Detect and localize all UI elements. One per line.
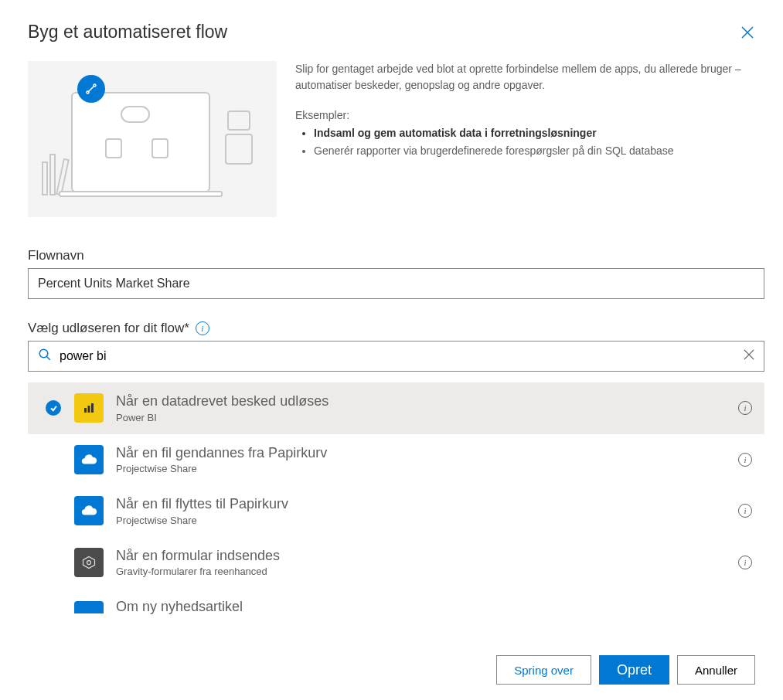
trigger-search (28, 341, 764, 372)
intro-text: Slip for gentaget arbejde ved blot at op… (295, 61, 764, 217)
trigger-search-input[interactable] (60, 342, 744, 371)
example-item: Generér rapporter via brugerdefinerede f… (314, 143, 764, 159)
dialog-title: Byg et automatiseret flow (28, 22, 227, 42)
trigger-picker-label: Vælg udløseren for dit flow* i (28, 321, 764, 336)
trigger-info-icon[interactable]: i (738, 453, 752, 467)
trigger-item[interactable]: Når en formular indsendes Gravity-formul… (28, 537, 764, 589)
trigger-subtitle: Gravity-formularer fra reenhanced (116, 566, 726, 577)
close-icon (741, 26, 754, 39)
form-icon (74, 548, 104, 577)
trigger-title: Når en datadrevet besked udløses (116, 393, 726, 410)
intro-description: Slip for gentaget arbejde ved blot at op… (295, 61, 764, 93)
flow-icon (77, 75, 105, 103)
flowname-input[interactable] (28, 268, 764, 299)
svg-rect-4 (84, 408, 87, 413)
trigger-title: Om ny nyhedsartikel (116, 599, 752, 616)
skip-button[interactable]: Spring over (496, 655, 591, 685)
trigger-list: Når en datadrevet besked udløses Power B… (28, 382, 764, 616)
trigger-item[interactable]: Når en datadrevet besked udløses Power B… (28, 382, 764, 434)
svg-rect-6 (91, 403, 94, 413)
dialog-footer: Spring over Opret Annuller (0, 639, 783, 700)
trigger-subtitle: Projectwise Share (116, 463, 726, 474)
close-button[interactable] (740, 25, 755, 40)
cloud-icon (74, 445, 104, 474)
clear-search-button[interactable] (744, 349, 754, 363)
dialog-body[interactable]: Slip for gentaget arbejde ved blot at op… (0, 55, 783, 639)
trigger-title: Når en formular indsendes (116, 548, 726, 565)
illustration (28, 61, 277, 217)
svg-point-2 (39, 349, 48, 358)
trigger-title: Når en fil flyttes til Papirkurv (116, 496, 726, 513)
cloud-icon (74, 496, 104, 525)
news-icon (74, 601, 104, 613)
create-button[interactable]: Opret (599, 655, 669, 685)
trigger-item[interactable]: Når en fil flyttes til Papirkurv Project… (28, 485, 764, 537)
svg-line-3 (46, 356, 50, 360)
build-flow-dialog: Byg et automatiseret flow (0, 0, 783, 700)
flowname-label: Flownavn (28, 248, 764, 263)
trigger-info-icon[interactable]: i (738, 556, 752, 569)
trigger-title: Når en fil gendannes fra Papirkurv (116, 445, 726, 462)
dialog-header: Byg et automatiseret flow (0, 0, 783, 55)
svg-point-8 (87, 561, 91, 565)
powerbi-icon (74, 393, 104, 423)
examples-label: Eksempler: (295, 107, 764, 124)
trigger-subtitle: Projectwise Share (116, 515, 726, 526)
intro-section: Slip for gentaget arbejde ved blot at op… (28, 61, 764, 217)
radio-checked-icon (46, 400, 61, 416)
example-item: Indsaml og gem automatisk data i forretn… (314, 125, 764, 141)
trigger-info-icon[interactable]: i (738, 401, 752, 415)
info-icon[interactable]: i (196, 321, 209, 335)
cancel-button[interactable]: Annuller (677, 655, 755, 685)
svg-rect-5 (88, 406, 90, 413)
trigger-item[interactable]: Om ny nyhedsartikel (28, 588, 764, 616)
trigger-subtitle: Power BI (116, 412, 726, 423)
svg-marker-7 (83, 557, 95, 569)
trigger-item[interactable]: Når en fil gendannes fra Papirkurv Proje… (28, 434, 764, 486)
trigger-info-icon[interactable]: i (738, 504, 752, 518)
search-icon (38, 348, 52, 365)
